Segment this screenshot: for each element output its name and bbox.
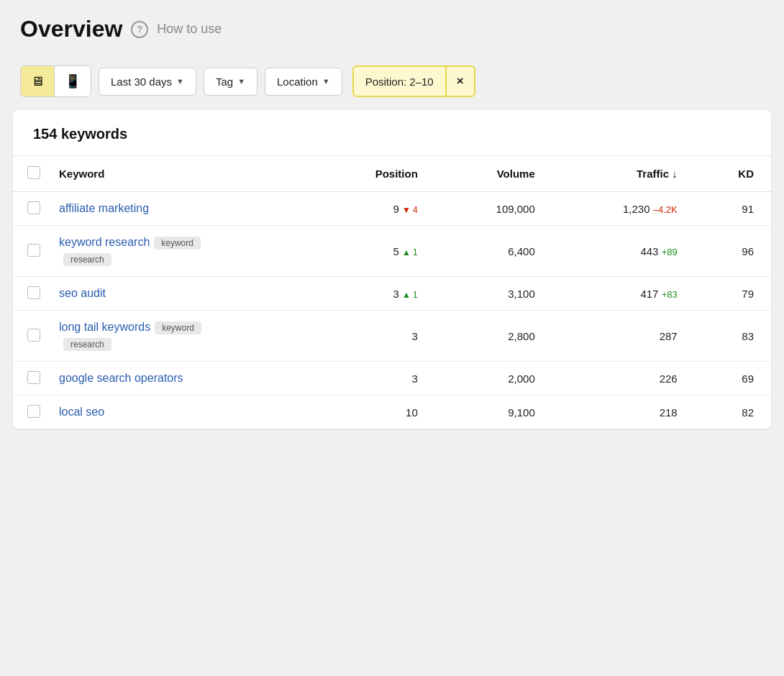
row-checkbox-cell xyxy=(13,226,47,277)
keyword-tag: keyword xyxy=(155,321,201,334)
volume-cell: 2,800 xyxy=(439,311,557,362)
keyword-link[interactable]: affiliate marketing xyxy=(59,202,149,214)
keyword-link[interactable]: keyword research xyxy=(59,236,150,248)
keyword-tag: keyword xyxy=(154,237,201,250)
keyword-cell: long tail keywordskeywordresearch xyxy=(47,311,316,362)
row-checkbox[interactable] xyxy=(27,286,40,299)
col-header-position[interactable]: Position xyxy=(316,156,439,192)
date-range-arrow-icon: ▼ xyxy=(176,77,184,86)
row-checkbox[interactable] xyxy=(27,201,40,214)
position-change-down: ▼ 4 xyxy=(402,205,418,215)
traffic-change: –4.2K xyxy=(653,204,678,215)
position-filter-close-button[interactable]: × xyxy=(445,67,474,96)
row-checkbox[interactable] xyxy=(27,329,40,342)
volume-cell: 6,400 xyxy=(439,226,557,277)
col-header-traffic[interactable]: Traffic ↓ xyxy=(557,156,699,192)
position-cell: 3 xyxy=(316,362,439,396)
keyword-cell: google search operators xyxy=(47,362,316,396)
row-checkbox[interactable] xyxy=(27,405,40,418)
keyword-cell: affiliate marketing xyxy=(47,192,316,226)
keyword-link[interactable]: google search operators xyxy=(59,372,183,384)
traffic-cell: 287 xyxy=(557,311,699,362)
table-row: seo audit3 ▲ 13,100417 +8379 xyxy=(13,277,771,311)
row-checkbox[interactable] xyxy=(27,371,40,384)
volume-cell: 109,000 xyxy=(439,192,557,226)
date-range-dropdown[interactable]: Last 30 days ▼ xyxy=(99,68,196,96)
table-row: affiliate marketing9 ▼ 4109,0001,230 –4.… xyxy=(13,192,771,226)
row-checkbox-cell xyxy=(13,311,47,362)
row-checkbox-cell xyxy=(13,277,47,311)
select-all-checkbox[interactable] xyxy=(27,166,40,179)
kd-cell: 79 xyxy=(699,277,771,311)
col-header-volume[interactable]: Volume xyxy=(439,156,557,192)
position-cell: 9 ▼ 4 xyxy=(316,192,439,226)
table-row: google search operators32,00022669 xyxy=(13,362,771,396)
traffic-cell: 417 +83 xyxy=(557,277,699,311)
keyword-cell: seo audit xyxy=(47,277,316,311)
tag-label: Tag xyxy=(216,76,233,88)
col-header-kd[interactable]: KD xyxy=(699,156,771,192)
tag-dropdown[interactable]: Tag ▼ xyxy=(204,68,257,96)
header: Overview ? How to use xyxy=(0,0,784,55)
page-title: Overview xyxy=(20,16,122,42)
volume-cell: 2,000 xyxy=(439,362,557,396)
keyword-tag: research xyxy=(63,338,111,351)
col-header-keyword[interactable]: Keyword xyxy=(47,156,316,192)
kd-cell: 69 xyxy=(699,362,771,396)
traffic-change: +83 xyxy=(662,289,678,300)
position-change-up: ▲ 1 xyxy=(402,290,418,300)
traffic-cell: 218 xyxy=(557,396,699,429)
table-header-row: Keyword Position Volume Traffic ↓ KD xyxy=(13,156,771,192)
row-checkbox-cell xyxy=(13,192,47,226)
position-cell: 10 xyxy=(316,396,439,429)
volume-cell: 9,100 xyxy=(439,396,557,429)
table-row: long tail keywordskeywordresearch32,8002… xyxy=(13,311,771,362)
how-to-use-link[interactable]: How to use xyxy=(157,22,222,37)
main-content: 154 keywords Keyword Position Volume Tra… xyxy=(13,110,771,429)
position-change-up: ▲ 1 xyxy=(402,247,418,257)
row-checkbox-cell xyxy=(13,362,47,396)
date-range-label: Last 30 days xyxy=(111,76,172,88)
keyword-link[interactable]: local seo xyxy=(59,406,104,418)
traffic-change: +89 xyxy=(662,247,678,257)
position-cell: 3 ▲ 1 xyxy=(316,277,439,311)
kd-cell: 82 xyxy=(699,396,771,429)
device-toggle: 🖥 📱 xyxy=(20,65,91,97)
keywords-table: Keyword Position Volume Traffic ↓ KD aff… xyxy=(13,156,771,429)
traffic-cell: 1,230 –4.2K xyxy=(557,192,699,226)
row-checkbox[interactable] xyxy=(27,244,40,257)
location-label: Location xyxy=(277,76,318,88)
position-filter: Position: 2–10 × xyxy=(352,65,475,97)
location-arrow-icon: ▼ xyxy=(322,77,330,86)
keyword-cell: keyword researchkeywordresearch xyxy=(47,226,316,277)
kd-cell: 83 xyxy=(699,311,771,362)
keyword-tag: research xyxy=(63,253,111,266)
kd-cell: 96 xyxy=(699,226,771,277)
position-filter-label: Position: 2–10 xyxy=(354,68,445,95)
keyword-cell: local seo xyxy=(47,396,316,429)
toolbar: 🖥 📱 Last 30 days ▼ Tag ▼ Location ▼ Posi… xyxy=(0,55,784,110)
keyword-link[interactable]: seo audit xyxy=(59,287,106,299)
help-icon[interactable]: ? xyxy=(131,21,148,38)
traffic-cell: 226 xyxy=(557,362,699,396)
tag-arrow-icon: ▼ xyxy=(237,77,245,86)
keywords-count: 154 keywords xyxy=(13,110,771,156)
desktop-device-button[interactable]: 🖥 xyxy=(21,66,54,96)
traffic-cell: 443 +89 xyxy=(557,226,699,277)
position-cell: 3 xyxy=(316,311,439,362)
header-checkbox-cell xyxy=(13,156,47,192)
row-checkbox-cell xyxy=(13,396,47,429)
keyword-link[interactable]: long tail keywords xyxy=(59,321,150,333)
volume-cell: 3,100 xyxy=(439,277,557,311)
position-cell: 5 ▲ 1 xyxy=(316,226,439,277)
mobile-device-button[interactable]: 📱 xyxy=(54,66,91,96)
table-row: local seo109,10021882 xyxy=(13,396,771,429)
table-row: keyword researchkeywordresearch5 ▲ 16,40… xyxy=(13,226,771,277)
kd-cell: 91 xyxy=(699,192,771,226)
keywords-table-container: Keyword Position Volume Traffic ↓ KD aff… xyxy=(13,156,771,429)
location-dropdown[interactable]: Location ▼ xyxy=(265,68,342,96)
